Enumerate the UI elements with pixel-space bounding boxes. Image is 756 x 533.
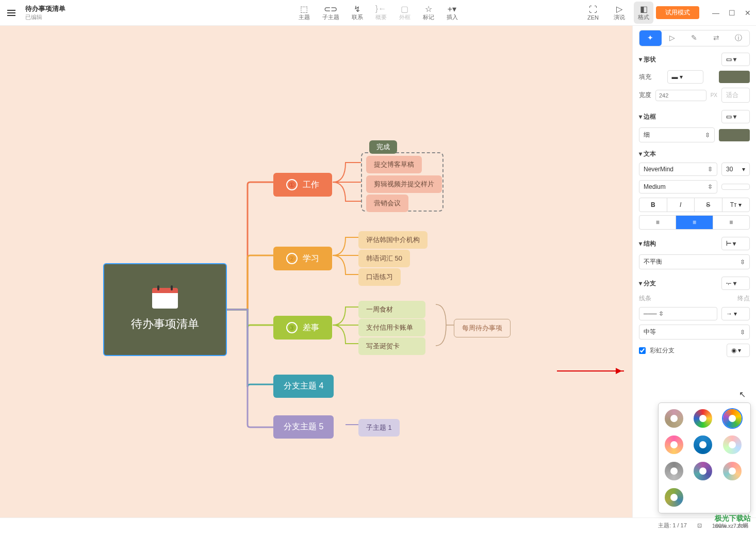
bold-button[interactable]: B [639, 198, 667, 212]
font-size[interactable]: 30 ▾ [721, 163, 750, 176]
maximize-button[interactable]: ☐ [729, 9, 735, 17]
align-right[interactable]: ≡ [713, 216, 749, 229]
toolbar-insert[interactable]: +▾插入 [440, 2, 464, 24]
map-icon[interactable]: ⊡ [697, 522, 702, 529]
present-button[interactable]: ▷演说 [607, 2, 631, 24]
leaf-node[interactable]: 剪辑视频并提交样片 [366, 175, 442, 193]
zen-button[interactable]: ⛶ZEN [581, 3, 605, 23]
connectors [0, 26, 632, 518]
branch-errands[interactable]: ③差事 [273, 316, 332, 340]
text-style-group: B I S Tт ▾ [639, 198, 750, 212]
leaf-node[interactable]: 提交博客草稿 [366, 156, 422, 173]
topic-count: 主题: 1 / 17 [658, 522, 687, 529]
line-style[interactable]: ─── ⇳ [639, 307, 717, 320]
hamburger-menu[interactable] [5, 7, 18, 19]
close-button[interactable]: ✕ [745, 9, 751, 17]
color-option-10[interactable] [665, 488, 683, 507]
fill-color[interactable] [719, 71, 750, 83]
tab-note[interactable]: ✎ [683, 30, 705, 46]
case-button[interactable]: Tт ▾ [722, 198, 750, 212]
rainbow-color-popup [658, 402, 751, 513]
italic-button[interactable]: I [667, 198, 695, 212]
text-color[interactable] [721, 184, 750, 190]
tab-struct[interactable]: ⇄ [705, 30, 728, 46]
status-bar: 主题: 1 / 17 ⊡ 100% 大纲 [0, 518, 756, 533]
align-center[interactable]: ≡ [676, 216, 713, 229]
leaf-node[interactable]: 评估韩国中介机构 [358, 231, 428, 249]
structure-icon[interactable]: ⊢ ▾ [721, 237, 750, 250]
color-option-8[interactable] [694, 462, 712, 480]
tab-style[interactable]: ✦ [639, 30, 662, 46]
format-button[interactable]: ◧格式 [634, 2, 653, 24]
toolbar-marker[interactable]: ☆标记 [417, 2, 440, 24]
summary-node[interactable]: 每周待办事项 [454, 319, 511, 337]
minimize-button[interactable]: — [712, 9, 719, 17]
document-status: 已编辑 [25, 13, 65, 21]
toolbar-boundary: ▢外框 [393, 2, 417, 24]
thickness-select[interactable]: 中等 ⇳ [639, 325, 750, 340]
color-option-5[interactable] [694, 435, 712, 454]
border-style-select[interactable]: 细 ⇳ [639, 127, 715, 142]
structure-select[interactable]: 不平衡 ⇳ [639, 254, 750, 269]
fill-type-select[interactable]: ▬ ▾ [667, 70, 703, 84]
branch-work[interactable]: ①工作 [273, 173, 332, 197]
leaf-node[interactable]: 子主题 1 [358, 419, 400, 437]
leaf-node[interactable]: 营销会议 [366, 195, 408, 212]
toolbar-topic[interactable]: ⬚主题 [292, 2, 316, 24]
rainbow-checkbox[interactable] [639, 347, 646, 354]
width-input[interactable] [655, 90, 706, 101]
leaf-node[interactable]: 口语练习 [358, 268, 401, 286]
border-color[interactable] [719, 129, 750, 141]
font-select[interactable]: NeverMind ⇳ [639, 163, 717, 176]
leaf-node[interactable]: 支付信用卡账单 [358, 319, 425, 336]
branch-study[interactable]: ②学习 [273, 247, 332, 270]
root-label: 待办事项清单 [131, 316, 199, 332]
title-bar: 待办事项清单 已编辑 ⬚主题 ⊂⊃子主题 ↯联系 }←概要 ▢外框 ☆标记 +▾… [0, 0, 756, 26]
toolbar-subtopic[interactable]: ⊂⊃子主题 [316, 2, 346, 24]
leaf-node[interactable]: 写圣诞贺卡 [358, 337, 425, 355]
document-title: 待办事项清单 [25, 4, 65, 13]
branch-topic5[interactable]: 分支主题 5 [273, 415, 334, 439]
align-group: ≡ ≡ ≡ [639, 215, 750, 230]
color-option-1[interactable] [665, 409, 683, 428]
annotation-arrow [557, 370, 624, 372]
leaf-node[interactable]: 一周食材 [358, 301, 425, 318]
font-weight[interactable]: Medium ⇳ [639, 180, 717, 193]
document-title-block: 待办事项清单 已编辑 [25, 4, 65, 21]
trial-mode-button[interactable]: 试用模式 [656, 6, 699, 19]
leaf-node[interactable]: 韩语词汇 50 [358, 250, 410, 267]
toolbar-right: ⛶ZEN ▷演说 ◧格式 试用模式 — ☐ ✕ [581, 2, 751, 24]
calendar-icon [152, 288, 178, 309]
color-option-6[interactable] [723, 435, 742, 454]
color-option-4[interactable] [665, 435, 683, 454]
line-end[interactable]: → ▾ [721, 307, 750, 320]
color-option-9[interactable] [723, 462, 742, 480]
rainbow-dropdown[interactable]: ◉ ▾ [727, 344, 750, 357]
mindmap-canvas[interactable]: 待办事项清单 完成 ①工作 提交博客草稿 剪辑视频并提交样片 营销会议 ②学习 … [0, 26, 632, 518]
shape-select[interactable]: ▭ ▾ [721, 53, 750, 66]
group-label[interactable]: 完成 [369, 140, 397, 154]
border-shape[interactable]: ▭ ▾ [721, 110, 750, 123]
color-option-7[interactable] [665, 462, 683, 480]
toolbar-summary: }←概要 [369, 2, 393, 24]
toolbar: ⬚主题 ⊂⊃子主题 ↯联系 }←概要 ▢外框 ☆标记 +▾插入 [292, 2, 464, 24]
tab-info[interactable]: ⓘ [727, 30, 749, 46]
strike-button[interactable]: S [695, 198, 722, 212]
branch-topic4[interactable]: 分支主题 4 [273, 375, 334, 398]
color-option-3[interactable] [723, 409, 742, 428]
root-node[interactable]: 待办事项清单 [103, 263, 227, 356]
fit-button[interactable]: 适合 [721, 88, 750, 103]
cursor-icon: ↖ [739, 390, 746, 399]
branch-icon[interactable]: ·⌐ ▾ [721, 277, 750, 290]
toolbar-relation[interactable]: ↯联系 [346, 2, 369, 24]
align-left[interactable]: ≡ [639, 216, 676, 229]
color-option-2[interactable] [694, 409, 712, 428]
tab-play[interactable]: ▷ [662, 30, 684, 46]
watermark: 极光下载站 www.xz7.com [715, 514, 751, 529]
